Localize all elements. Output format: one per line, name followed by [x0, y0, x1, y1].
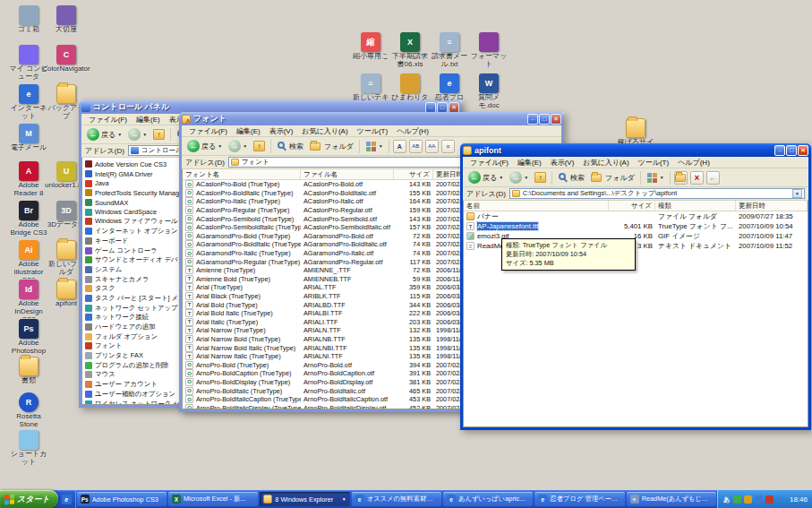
task-button[interactable]: Ps Adobe Photoshop CS3: [77, 492, 167, 506]
desktop-icon[interactable]: Ai Adobe Illustrator CS3: [9, 240, 48, 279]
similarity-button[interactable]: [425, 140, 439, 153]
up-button[interactable]: [252, 140, 267, 152]
desktop-icon[interactable]: X 下半期請求書06.xls: [390, 32, 430, 69]
back-button[interactable]: 戻る: [466, 170, 505, 185]
minimize-button[interactable]: [774, 145, 785, 156]
quick-launch-icon[interactable]: e: [62, 495, 72, 504]
up-button[interactable]: [533, 171, 548, 184]
desktop-icon[interactable]: 縮 縮小専用こ: [351, 32, 390, 61]
maximize-button[interactable]: [539, 114, 550, 125]
desktop-icon[interactable]: C ColorNavigator: [47, 45, 86, 73]
column-header-size[interactable]: サイズ: [394, 169, 433, 179]
apifont-titlebar[interactable]: apifont: [460, 143, 811, 157]
desktop-icon[interactable]: e インターネット: [9, 84, 48, 121]
search-button[interactable]: 検索: [275, 141, 305, 152]
file-row[interactable]: バナー ファイル フォルダ 2009/07/27 18:35: [464, 211, 808, 221]
tray-clock[interactable]: 18:46: [790, 495, 808, 504]
menu-item[interactable]: ファイル(F): [84, 115, 132, 125]
menu-item[interactable]: ヘルプ(H): [673, 158, 714, 168]
delete-button[interactable]: [690, 171, 704, 185]
file-row[interactable]: AP-Japanesefont.ttf 5,401 KB TrueType フォ…: [464, 221, 808, 231]
desktop-icon[interactable]: フォーマット: [469, 32, 509, 69]
address-dropdown-icon[interactable]: [792, 189, 802, 198]
menu-item[interactable]: 表示(V): [546, 158, 579, 168]
task-button[interactable]: ≡ ReadMe(あんずもじ).txt: [627, 492, 716, 506]
maximize-button[interactable]: [437, 102, 448, 113]
desktop-icon[interactable]: R Rosetta Stone: [9, 392, 48, 429]
menu-item[interactable]: ヘルプ(H): [392, 126, 433, 136]
back-button[interactable]: 戻る: [185, 139, 224, 153]
menu-item[interactable]: 表示(V): [265, 126, 298, 136]
task-button[interactable]: e 忍者ブログ 管理ページ...: [534, 492, 624, 506]
move-to-button[interactable]: [674, 171, 688, 185]
forward-dropdown-icon[interactable]: [142, 132, 147, 137]
column-header-name[interactable]: 名前: [464, 201, 609, 211]
start-button[interactable]: スタート: [0, 490, 58, 508]
task-button[interactable]: 8 Windows Explorer ▼: [260, 492, 349, 506]
desktop-icon[interactable]: Br Adobe Bridge CS3: [9, 201, 48, 237]
task-button[interactable]: e オススメの無料素材♪♪...: [352, 492, 441, 506]
list-button[interactable]: [409, 140, 423, 153]
maximize-button[interactable]: [786, 145, 797, 156]
menu-item[interactable]: お気に入り(A): [578, 158, 633, 168]
folders-button[interactable]: フォルダ: [589, 172, 637, 184]
views-dropdown-icon[interactable]: [660, 175, 664, 180]
tray-icon[interactable]: [755, 495, 763, 504]
desktop-icon[interactable]: M 電子メール: [9, 124, 48, 152]
search-button[interactable]: 検索: [556, 172, 586, 184]
address-combo[interactable]: C:\Documents and Settings\...\デスクトップ\api…: [509, 188, 805, 199]
column-header-filename[interactable]: ファイル名: [301, 169, 394, 179]
menu-item[interactable]: お気に入り(A): [297, 126, 352, 136]
tray-icon[interactable]: あ: [722, 495, 731, 504]
desktop-icon[interactable]: A Adobe Reader 8: [9, 161, 48, 198]
views-button[interactable]: [645, 172, 666, 184]
back-dropdown-icon[interactable]: [499, 175, 503, 180]
desktop-icon[interactable]: Ps Adobe Photoshop CS3: [9, 319, 48, 357]
tray-icon[interactable]: [765, 495, 774, 504]
column-header-type[interactable]: 種類: [655, 201, 736, 211]
task-button[interactable]: X Microsoft Excel - 新...: [168, 492, 258, 506]
column-header-size[interactable]: サイズ: [609, 201, 655, 211]
up-button[interactable]: [151, 128, 167, 141]
back-dropdown-icon[interactable]: [117, 132, 122, 137]
views-dropdown-icon[interactable]: [379, 143, 383, 149]
desktop-icon[interactable]: マイ コンピュータ: [9, 45, 48, 82]
close-button[interactable]: [798, 145, 808, 156]
folders-button[interactable]: フォルダ: [308, 141, 355, 152]
menu-item[interactable]: ツール(T): [634, 158, 674, 168]
large-icons-button[interactable]: [393, 140, 406, 153]
forward-button[interactable]: [508, 170, 530, 185]
close-button[interactable]: [449, 102, 459, 113]
desktop-icon[interactable]: Id Adobe InDesign CS3: [9, 280, 48, 318]
views-button[interactable]: [363, 141, 385, 152]
desktop-icon[interactable]: ショートカット: [9, 430, 48, 467]
menu-item[interactable]: 編集(E): [513, 158, 546, 168]
tray-icon[interactable]: [733, 495, 741, 504]
minimize-button[interactable]: [527, 114, 538, 125]
desktop-icon[interactable]: W 質問メモ.doc: [469, 73, 509, 110]
back-button[interactable]: 戻る: [85, 127, 124, 142]
desktop-icon[interactable]: ≡ 請求書メール.txt: [430, 32, 469, 69]
minimize-button[interactable]: [425, 102, 436, 113]
task-button[interactable]: e あんずいっぱいapricot×co...: [443, 492, 533, 506]
column-header-modified[interactable]: 更新日時: [736, 201, 808, 211]
undo-button[interactable]: [706, 171, 720, 185]
forward-dropdown-icon[interactable]: [524, 175, 528, 180]
menu-item[interactable]: ファイル(F): [466, 158, 513, 168]
menu-item[interactable]: 編集(E): [132, 115, 165, 125]
fonts-titlebar[interactable]: フォント: [179, 112, 564, 125]
menu-item[interactable]: ツール(T): [353, 126, 393, 136]
column-header-fontname[interactable]: フォント名: [183, 169, 301, 179]
menu-item[interactable]: ファイル(F): [184, 126, 232, 136]
tray-icon[interactable]: [744, 495, 752, 504]
close-button[interactable]: [551, 114, 561, 125]
forward-dropdown-icon[interactable]: [243, 143, 247, 149]
desktop-icon[interactable]: ゴミ箱: [9, 5, 48, 34]
back-dropdown-icon[interactable]: [218, 143, 222, 149]
desktop-icon[interactable]: 大切屋: [47, 5, 86, 34]
menu-item[interactable]: 編集(E): [232, 126, 265, 136]
desktop-icon[interactable]: 書類: [9, 357, 48, 385]
details-button[interactable]: [441, 140, 455, 153]
forward-button[interactable]: [126, 127, 149, 142]
forward-button[interactable]: [227, 139, 249, 153]
